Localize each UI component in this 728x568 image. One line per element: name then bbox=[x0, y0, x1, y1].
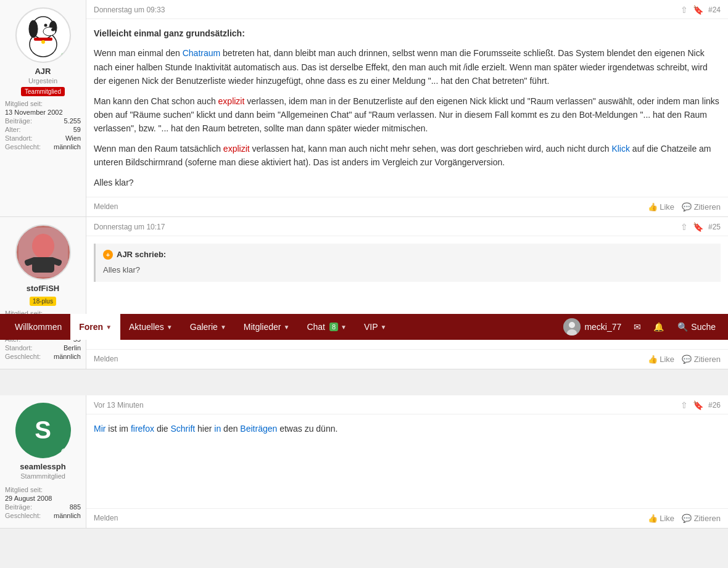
post-footer: Melden 👍 Like 💬 Zitieren bbox=[86, 197, 728, 216]
share-icon[interactable]: ⇧ bbox=[680, 400, 688, 410]
user-rank: Stammmitglied bbox=[20, 472, 65, 480]
avatar bbox=[15, 224, 71, 280]
share-icon[interactable]: ⇧ bbox=[680, 5, 688, 15]
bookmark-icon[interactable]: 🔖 bbox=[693, 400, 703, 410]
chevron-down-icon: ▼ bbox=[220, 324, 226, 331]
post-footer-right: 👍 Like 💬 Zitieren bbox=[648, 355, 721, 364]
svg-point-10 bbox=[32, 234, 54, 258]
user-sidebar-seamlessph: S seamlessph Stammmitglied Mitglied seit… bbox=[0, 395, 86, 528]
username: stofFiSH bbox=[27, 284, 59, 293]
messages-icon-btn[interactable]: ✉ bbox=[629, 314, 646, 340]
user-menu[interactable]: mecki_77 bbox=[558, 314, 626, 340]
post-timestamp: Vor 13 Minuten bbox=[94, 401, 144, 410]
age-badge: 18-plus bbox=[30, 297, 56, 306]
post-body-24: Donnerstag um 09:33 ⇧ 🔖 #24 Vielleicht e… bbox=[86, 0, 728, 216]
melden-button[interactable]: Melden bbox=[94, 202, 118, 211]
avatar bbox=[563, 318, 581, 335]
bookmark-icon[interactable]: 🔖 bbox=[693, 5, 703, 15]
share-icon[interactable]: ⇧ bbox=[680, 222, 688, 232]
nav-willkommen[interactable]: Willkommen bbox=[6, 314, 70, 340]
navbar-left: Willkommen Foren ▼ Aktuelles ▼ Galerie ▼… bbox=[6, 314, 395, 340]
bell-icon: 🔔 bbox=[653, 322, 664, 332]
quote-plus-icon: + bbox=[103, 250, 113, 260]
svg-point-8 bbox=[41, 40, 45, 44]
search-icon: 🔍 bbox=[677, 322, 688, 332]
online-indicator bbox=[61, 448, 68, 456]
post-number: #25 bbox=[708, 223, 721, 231]
svg-point-15 bbox=[569, 322, 575, 328]
nav-vip[interactable]: VIP ▼ bbox=[355, 314, 395, 340]
post-actions-top: ⇧ 🔖 #26 bbox=[680, 400, 721, 410]
chevron-down-icon: ▼ bbox=[284, 324, 290, 331]
navbar: Willkommen Foren ▼ Aktuelles ▼ Galerie ▼… bbox=[0, 314, 728, 340]
user-meta: Mitglied seit: 29 August 2008 Beiträge: … bbox=[5, 486, 81, 521]
navbar-right: mecki_77 ✉ 🔔 🔍 Suche bbox=[558, 314, 722, 340]
notifications-icon-btn[interactable]: 🔔 bbox=[648, 314, 669, 340]
nav-foren[interactable]: Foren ▼ bbox=[70, 314, 120, 340]
user-sidebar-stofFiSH: stofFiSH 18-plus Mitglied seit: 17 Mai 2… bbox=[0, 217, 86, 369]
melden-button[interactable]: Melden bbox=[94, 514, 118, 522]
bookmark-icon[interactable]: 🔖 bbox=[693, 222, 703, 232]
nav-chat[interactable]: Chat 8 ▼ bbox=[298, 314, 355, 340]
avatar bbox=[15, 7, 71, 63]
chevron-down-icon: ▼ bbox=[381, 324, 387, 331]
post-footer: Melden 👍 Like 💬 Zitieren bbox=[86, 349, 728, 369]
chevron-down-icon: ▼ bbox=[167, 324, 173, 331]
team-badge: Teammitglied bbox=[21, 87, 65, 96]
post-timestamp: Donnerstag um 10:17 bbox=[94, 223, 165, 231]
username: AJR bbox=[35, 67, 51, 76]
like-button[interactable]: 👍 Like bbox=[648, 202, 674, 212]
post-26: S seamlessph Stammmitglied Mitglied seit… bbox=[0, 395, 728, 529]
username: seamlessph bbox=[20, 462, 65, 471]
post-content: Vielleicht einmal ganz grundsätzlich: We… bbox=[86, 19, 728, 197]
chevron-down-icon: ▼ bbox=[341, 324, 347, 331]
zitieren-button[interactable]: 💬 Zitieren bbox=[682, 355, 721, 364]
zitieren-button[interactable]: 💬 Zitieren bbox=[682, 202, 721, 212]
quote-author: + AJR schrieb: bbox=[103, 249, 713, 261]
chat-badge: 8 bbox=[329, 323, 338, 331]
post-content: Mir ist im firefox die Schrift hier in d… bbox=[86, 414, 728, 508]
post-header: Donnerstag um 10:17 ⇧ 🔖 #25 bbox=[86, 217, 728, 236]
post-header: Vor 13 Minuten ⇧ 🔖 #26 bbox=[86, 395, 728, 414]
nav-mitglieder[interactable]: Mitglieder ▼ bbox=[235, 314, 299, 340]
nav-galerie[interactable]: Galerie ▼ bbox=[181, 314, 235, 340]
user-meta: Mitglied seit: 13 November 2002 Beiträge… bbox=[5, 100, 81, 152]
post-footer: Melden 👍 Like 💬 Zitieren bbox=[86, 508, 728, 528]
post-number: #24 bbox=[708, 6, 721, 14]
post-body-26: Vor 13 Minuten ⇧ 🔖 #26 Mir ist im firefo… bbox=[86, 395, 728, 528]
melden-button[interactable]: Melden bbox=[94, 355, 118, 363]
svg-point-6 bbox=[44, 24, 47, 27]
post-timestamp: Donnerstag um 09:33 bbox=[94, 6, 165, 14]
envelope-icon: ✉ bbox=[634, 322, 641, 332]
post-header: Donnerstag um 09:33 ⇧ 🔖 #24 bbox=[86, 0, 728, 19]
post-footer-right: 👍 Like 💬 Zitieren bbox=[648, 202, 721, 212]
avatar: S bbox=[15, 403, 71, 458]
chevron-down-icon: ▼ bbox=[105, 324, 112, 331]
post-body-25: Donnerstag um 10:17 ⇧ 🔖 #25 + AJR schrie… bbox=[86, 217, 728, 369]
zitieren-button[interactable]: 💬 Zitieren bbox=[682, 514, 721, 523]
post-number: #26 bbox=[708, 401, 721, 410]
post-25: stofFiSH 18-plus Mitglied seit: 17 Mai 2… bbox=[0, 217, 728, 369]
like-button[interactable]: 👍 Like bbox=[648, 514, 674, 523]
post-24: AJR Urgestein Teammitglied Mitglied seit… bbox=[0, 0, 728, 217]
online-indicator bbox=[60, 52, 67, 59]
nav-aktuelles[interactable]: Aktuelles ▼ bbox=[120, 314, 181, 340]
user-rank: Urgestein bbox=[28, 77, 57, 84]
search-button[interactable]: 🔍 Suche bbox=[671, 314, 722, 340]
post-actions-top: ⇧ 🔖 #24 bbox=[680, 5, 721, 15]
like-button[interactable]: 👍 Like bbox=[648, 355, 674, 364]
svg-point-2 bbox=[29, 20, 38, 38]
svg-point-5 bbox=[51, 28, 55, 31]
page-wrapper: AJR Urgestein Teammitglied Mitglied seit… bbox=[0, 0, 728, 529]
user-sidebar-ajr: AJR Urgestein Teammitglied Mitglied seit… bbox=[0, 0, 86, 216]
quote-block: + AJR schrieb: Alles klar? bbox=[94, 244, 721, 282]
post-footer-right: 👍 Like 💬 Zitieren bbox=[648, 514, 721, 523]
post-actions-top: ⇧ 🔖 #25 bbox=[680, 222, 721, 232]
